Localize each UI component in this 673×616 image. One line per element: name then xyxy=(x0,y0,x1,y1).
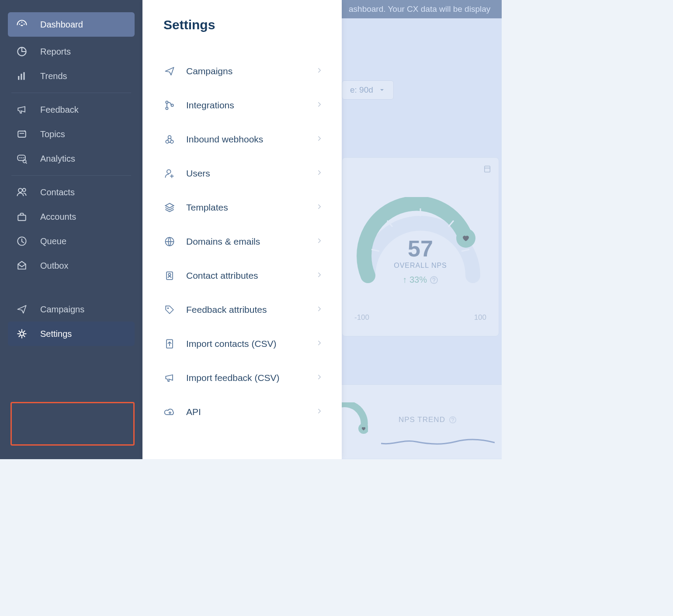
chevron-right-icon xyxy=(316,135,323,144)
settings-panel: Settings CampaignsIntegrationsInbound we… xyxy=(142,0,342,459)
settings-item-label: Campaigns xyxy=(186,66,316,76)
sidebar-item-reports[interactable]: Reports xyxy=(8,39,135,64)
cloud-plus-icon xyxy=(163,406,186,418)
settings-item-label: Feedback attributes xyxy=(186,305,316,315)
settings-item-label: API xyxy=(186,407,316,417)
settings-item-contact-attributes[interactable]: Contact attributes xyxy=(142,259,342,293)
dashboard-backdrop: ashboard. Your CX data will be display e… xyxy=(342,0,502,459)
id-card-icon xyxy=(163,270,186,282)
settings-item-label: Import contacts (CSV) xyxy=(186,339,316,349)
settings-item-label: Domains & emails xyxy=(186,236,316,247)
megaphone-icon xyxy=(163,372,186,384)
settings-item-label: Templates xyxy=(186,202,316,213)
send-icon xyxy=(16,303,28,315)
chevron-right-icon xyxy=(316,203,323,212)
gear-icon xyxy=(16,328,28,340)
send-icon xyxy=(163,65,186,77)
envelope-icon xyxy=(16,260,28,272)
webhook-icon xyxy=(163,133,186,145)
sidebar-item-campaigns[interactable]: Campaigns xyxy=(8,297,135,322)
settings-item-campaigns[interactable]: Campaigns xyxy=(142,54,342,88)
sidebar-item-label: Accounts xyxy=(40,212,76,222)
settings-item-import-contacts-csv-[interactable]: Import contacts (CSV) xyxy=(142,327,342,361)
settings-title: Settings xyxy=(163,17,342,32)
globe-icon xyxy=(163,235,186,248)
layers-icon xyxy=(163,201,186,214)
sidebar-item-label: Reports xyxy=(40,47,71,57)
settings-item-label: Import feedback (CSV) xyxy=(186,373,316,383)
tag-icon xyxy=(163,304,186,316)
sidebar-item-label: Dashboard xyxy=(40,20,83,30)
settings-item-label: Integrations xyxy=(186,100,316,111)
card-icon xyxy=(16,128,28,140)
sidebar-item-label: Campaigns xyxy=(40,305,84,315)
chevron-right-icon xyxy=(316,271,323,280)
briefcase-icon xyxy=(16,211,28,223)
settings-item-domains-emails[interactable]: Domains & emails xyxy=(142,225,342,259)
settings-item-inbound-webhooks[interactable]: Inbound webhooks xyxy=(142,122,342,156)
main-sidebar: DashboardReportsTrendsFeedbackTopicsAnal… xyxy=(0,0,142,459)
sidebar-item-label: Outbox xyxy=(40,261,68,271)
sidebar-item-label: Settings xyxy=(40,329,72,339)
chevron-right-icon xyxy=(316,305,323,315)
user-add-icon xyxy=(163,167,186,180)
settings-item-label: Inbound webhooks xyxy=(186,134,316,145)
sidebar-item-label: Feedback xyxy=(40,105,79,115)
file-up-icon xyxy=(163,338,186,350)
chevron-right-icon xyxy=(316,339,323,349)
bars-icon xyxy=(16,70,28,82)
sidebar-item-label: Analytics xyxy=(40,154,75,164)
sidebar-item-queue[interactable]: Queue xyxy=(8,229,135,253)
settings-item-users[interactable]: Users xyxy=(142,156,342,190)
settings-item-api[interactable]: API xyxy=(142,395,342,429)
settings-item-integrations[interactable]: Integrations xyxy=(142,88,342,122)
sidebar-item-label: Topics xyxy=(40,129,65,139)
chevron-right-icon xyxy=(316,100,323,110)
sidebar-item-label: Trends xyxy=(40,71,67,81)
branch-icon xyxy=(163,99,186,111)
chevron-right-icon xyxy=(316,237,323,246)
people-icon xyxy=(16,186,28,198)
sidebar-item-contacts[interactable]: Contacts xyxy=(8,180,135,204)
dashboard-icon xyxy=(16,18,28,31)
sidebar-item-label: Contacts xyxy=(40,187,75,197)
megaphone-icon xyxy=(16,104,28,116)
chat-search-icon xyxy=(16,152,28,165)
sidebar-item-label: Queue xyxy=(40,236,66,246)
sidebar-item-dashboard[interactable]: Dashboard xyxy=(8,12,135,37)
settings-item-templates[interactable]: Templates xyxy=(142,190,342,225)
settings-item-label: Contact attributes xyxy=(186,270,316,281)
sidebar-item-outbox[interactable]: Outbox xyxy=(8,253,135,278)
clock-icon xyxy=(16,235,28,247)
sidebar-item-analytics[interactable]: Analytics xyxy=(8,146,135,171)
chevron-right-icon xyxy=(316,66,323,76)
sidebar-item-settings[interactable]: Settings xyxy=(8,322,135,346)
chevron-right-icon xyxy=(316,169,323,178)
chevron-right-icon xyxy=(316,373,323,383)
chevron-right-icon xyxy=(316,407,323,417)
sidebar-item-topics[interactable]: Topics xyxy=(8,122,135,146)
sidebar-item-feedback[interactable]: Feedback xyxy=(8,97,135,122)
settings-item-feedback-attributes[interactable]: Feedback attributes xyxy=(142,293,342,327)
sidebar-item-accounts[interactable]: Accounts xyxy=(8,204,135,229)
settings-item-label: Users xyxy=(186,168,316,179)
sidebar-item-trends[interactable]: Trends xyxy=(8,64,135,88)
pie-icon xyxy=(16,45,28,58)
settings-item-import-feedback-csv-[interactable]: Import feedback (CSV) xyxy=(142,361,342,395)
